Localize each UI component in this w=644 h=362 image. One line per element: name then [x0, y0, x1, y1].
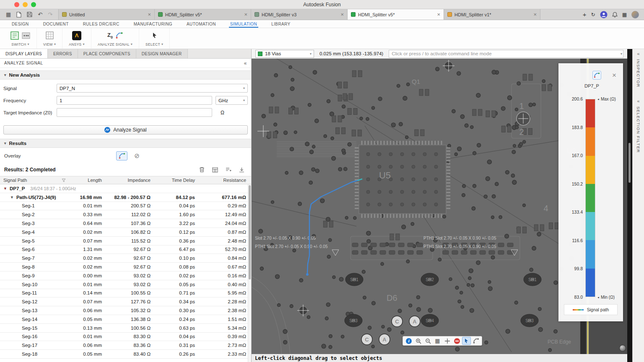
- expand-selection-filter-icon[interactable]: «: [637, 98, 639, 104]
- close-window-button[interactable]: [14, 2, 19, 7]
- user-avatar[interactable]: [631, 11, 639, 18]
- notifications-bell-icon[interactable]: [612, 12, 618, 18]
- column-length[interactable]: Length: [72, 178, 107, 183]
- table-group-row[interactable]: ▼ DP7_P 3/6/24 18:37 - 1.00GHz: [0, 184, 251, 193]
- command-line-input[interactable]: [389, 50, 621, 57]
- overlay-off-button[interactable]: ⊘: [131, 151, 143, 160]
- table-row[interactable]: Seg-15 0.13 mm 100.56 Ω 0.63 ps 5.34 mΩ: [0, 324, 251, 333]
- table-row[interactable]: Seg-11 0.14 mm 100.55 Ω 0.71 ps 5.95 mΩ: [0, 289, 251, 298]
- table-row[interactable]: Seg-7 0.02 mm 92.67 Ω 0.10 ps 0.84 mΩ: [0, 254, 251, 263]
- switch-tool-group[interactable]: SWITCH▾: [4, 28, 37, 49]
- download-icon[interactable]: [239, 167, 244, 173]
- zoom-out-button[interactable]: [423, 337, 432, 345]
- document-tab[interactable]: HDMI_Splitter v5* ×: [155, 9, 251, 20]
- collapse-panel-icon[interactable]: «: [244, 60, 247, 66]
- pan-button[interactable]: [443, 337, 452, 345]
- panel-tab[interactable]: DISPLAY LAYERS: [0, 49, 48, 58]
- vias-filter-select[interactable]: 18 Vias ▾: [255, 50, 314, 58]
- tab-close-icon[interactable]: ×: [437, 12, 441, 17]
- document-tab[interactable]: Untitled ×: [58, 9, 155, 20]
- app-switcher-icon[interactable]: ▦: [622, 12, 627, 18]
- table-row[interactable]: Seg-10 0.01 mm 93.02 Ω 0.05 ps 0.40 mΩ: [0, 280, 251, 289]
- column-time-delay[interactable]: Time Delay: [156, 178, 200, 183]
- target-impedance-input[interactable]: [57, 108, 212, 117]
- table-row[interactable]: Seg-8 0.02 mm 92.67 Ω 0.08 ps 0.67 mΩ: [0, 263, 251, 272]
- column-resistance[interactable]: Resistance: [200, 178, 251, 183]
- collapse-triangle-icon[interactable]: ▼: [3, 186, 7, 191]
- save-icon[interactable]: [27, 12, 32, 17]
- analyze-signal-button[interactable]: Analyze Signal: [3, 125, 248, 134]
- table-header-row[interactable]: Signal Path Length Impedance Time Delay …: [0, 176, 251, 184]
- document-tab[interactable]: HDMI_Splitter v5* ×: [348, 9, 444, 20]
- table-row[interactable]: Seg-3 0.64 mm 107.36 Ω 3.22 ps 24.04 mΩ: [0, 219, 251, 228]
- dock-tab-inspector[interactable]: INSPECTOR: [636, 59, 641, 88]
- component-u5[interactable]: U5: [355, 141, 450, 218]
- redo-icon[interactable]: ↷: [48, 12, 52, 17]
- table-row[interactable]: Seg-6 1.31 mm 92.67 Ω 6.47 ps 52.70 mΩ: [0, 246, 251, 254]
- signal-probe-button[interactable]: [592, 71, 601, 80]
- canvas-scrollbar-thumb[interactable]: [628, 143, 631, 183]
- info-button[interactable]: i: [404, 337, 413, 345]
- analyze-signal-tool-group[interactable]: Z0 ANALYZE SIGNAL▾: [91, 28, 139, 49]
- grid-toggle-button[interactable]: ▦: [433, 337, 442, 345]
- column-signal-path[interactable]: Signal Path: [0, 178, 72, 183]
- remove-button[interactable]: [452, 337, 461, 345]
- history-icon[interactable]: ↻: [591, 12, 595, 18]
- apps-grid-icon[interactable]: ▦: [6, 12, 11, 17]
- signal-select[interactable]: DP7_N ▾: [57, 84, 248, 93]
- close-icon[interactable]: ×: [612, 72, 616, 79]
- minimize-window-button[interactable]: [23, 2, 28, 7]
- tab-close-icon[interactable]: ×: [148, 12, 151, 17]
- view-tool-group[interactable]: VIEW▾: [37, 28, 62, 49]
- menu-item[interactable]: MANUFACTURING: [134, 20, 172, 28]
- tab-close-icon[interactable]: ×: [534, 12, 537, 17]
- overlay-on-button[interactable]: [116, 151, 127, 160]
- frequency-unit-select[interactable]: GHz ▾: [216, 96, 248, 105]
- panel-tab[interactable]: DESIGN MANAGER: [136, 49, 188, 58]
- table-row[interactable]: Seg-2 0.33 mm 112.02 Ω 1.60 ps 12.49 mΩ: [0, 210, 251, 219]
- new-document-icon[interactable]: [16, 12, 21, 18]
- menu-item[interactable]: LIBRARY: [271, 20, 290, 28]
- filter-funnel-icon[interactable]: [62, 178, 66, 182]
- table-scrollbar[interactable]: [248, 184, 251, 362]
- new-analysis-section-header[interactable]: ▾ New Analysis: [0, 70, 251, 80]
- table-row[interactable]: Seg-17 0.06 mm 83.36 Ω 0.31 ps 2.73 mΩ: [0, 341, 251, 350]
- table-row[interactable]: Seg-16 0.01 mm 83.30 Ω 0.04 ps 0.39 mΩ: [0, 333, 251, 341]
- table-view-icon[interactable]: [212, 167, 218, 173]
- table-row[interactable]: Seg-9 0.00 mm 93.02 Ω 0.02 ps 0.16 mΩ: [0, 272, 251, 280]
- table-row[interactable]: Seg-4 0.02 mm 106.82 Ω 0.12 ps 0.87 mΩ: [0, 228, 251, 237]
- select-tool-group[interactable]: SELECT▾: [139, 28, 170, 49]
- delete-results-icon[interactable]: [199, 167, 205, 173]
- menu-item[interactable]: SIMULATION: [230, 20, 257, 28]
- table-row[interactable]: Seg-14 0.05 mm 136.38 Ω 0.24 ps 1.51 mΩ: [0, 315, 251, 324]
- panel-tab[interactable]: PLACE COMPONENTS: [78, 49, 136, 58]
- expand-inspector-icon[interactable]: «: [637, 50, 639, 57]
- profile-icon[interactable]: [600, 11, 608, 18]
- add-tab-button[interactable]: +: [583, 11, 587, 18]
- scrollbar-thumb[interactable]: [249, 185, 251, 279]
- table-row[interactable]: Seg-5 0.07 mm 115.52 Ω 0.36 ps 2.48 mΩ: [0, 237, 251, 246]
- undo-icon[interactable]: ↶: [38, 12, 42, 17]
- ansys-tool-group[interactable]: Λ ANSYS▾: [62, 28, 91, 49]
- dock-tab-selection-filter[interactable]: SELECTION FILTER: [636, 106, 641, 153]
- command-line[interactable]: ▾: [389, 50, 623, 58]
- menu-item[interactable]: DOCUMENT: [43, 20, 69, 28]
- collapse-triangle-icon[interactable]: ▼: [10, 195, 14, 199]
- results-section-header[interactable]: ▾ Results: [0, 139, 251, 148]
- menu-item[interactable]: RULES DRC/ERC: [83, 20, 119, 28]
- probe-mode-button[interactable]: [472, 337, 480, 345]
- document-tab[interactable]: HDMI_Splitter v1* ×: [444, 9, 540, 20]
- frequency-input[interactable]: [57, 96, 212, 105]
- document-tab[interactable]: HDMI_Splitter v3 ×: [251, 9, 348, 20]
- tab-close-icon[interactable]: ×: [244, 12, 248, 17]
- pcb-canvas-area[interactable]: U5 U2 D6 Q1 1 2 4: [252, 59, 627, 354]
- menu-item[interactable]: AUTOMATION: [187, 20, 216, 28]
- table-row[interactable]: Seg-13 0.06 mm 105.32 Ω 0.30 ps 2.38 mΩ: [0, 306, 251, 315]
- export-list-icon[interactable]: [226, 167, 231, 172]
- column-impedance[interactable]: Impedance: [107, 178, 156, 183]
- table-row[interactable]: Seg-18 0.05 mm 83.40 Ω 0.26 ps 2.33 mΩ: [0, 350, 251, 359]
- table-row[interactable]: Seg-1 0.01 mm 200.57 Ω 0.04 ps 0.29 mΩ: [0, 202, 251, 211]
- zoom-window-button[interactable]: [31, 2, 36, 7]
- navigation-ball-icon[interactable]: [619, 345, 626, 352]
- tab-close-icon[interactable]: ×: [341, 12, 344, 17]
